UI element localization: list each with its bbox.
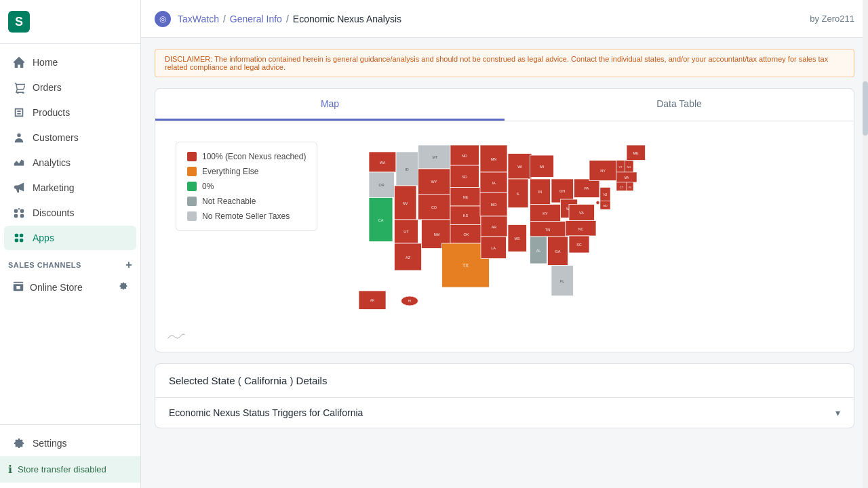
svg-text:WA: WA	[380, 161, 386, 165]
store-transfer-bar: ℹ Store transfer disabled	[0, 456, 140, 483]
legend-color-gray-light	[187, 211, 197, 221]
svg-text:WY: WY	[431, 180, 437, 184]
svg-text:AL: AL	[536, 249, 541, 253]
svg-text:CA: CA	[378, 218, 384, 222]
sidebar-item-apps[interactable]: Apps	[4, 226, 136, 250]
app-icon: ◎	[155, 11, 171, 27]
sidebar-item-orders[interactable]: Orders	[4, 75, 136, 100]
add-sales-channel-button[interactable]: +	[125, 259, 132, 271]
svg-text:GA: GA	[555, 249, 561, 253]
legend-color-orange	[187, 167, 197, 176]
details-header: Selected State ( California ) Details	[155, 364, 854, 398]
svg-text:RI: RI	[629, 186, 631, 189]
breadcrumb-general-info[interactable]: General Info	[230, 14, 282, 24]
map-controls[interactable]	[166, 330, 186, 344]
svg-text:AR: AR	[492, 225, 497, 229]
svg-text:PA: PA	[585, 186, 589, 190]
scrollbar-track[interactable]	[863, 0, 868, 488]
breadcrumb-sep1: /	[223, 14, 226, 24]
sidebar-item-customers[interactable]: Customers	[4, 125, 136, 150]
svg-text:MI: MI	[540, 165, 545, 169]
sidebar-logo: S	[0, 0, 140, 44]
legend-label-orange: Everything Else	[202, 167, 258, 176]
map-area: 100% (Econ Nexus reached) Everything Els…	[155, 121, 854, 352]
svg-text:TN: TN	[545, 228, 550, 232]
scrollbar-thumb[interactable]	[863, 81, 868, 136]
svg-text:ID: ID	[405, 167, 409, 171]
svg-text:TX: TX	[462, 263, 469, 268]
svg-text:MO: MO	[491, 203, 498, 207]
svg-text:NV: NV	[403, 201, 408, 205]
tab-bar: Map Data Table	[155, 89, 854, 121]
logo-icon: S	[8, 11, 30, 33]
legend-color-gray-dark	[187, 197, 197, 206]
legend-color-green	[187, 182, 197, 191]
svg-text:ME: ME	[633, 151, 639, 155]
store-transfer-label: Store transfer disabled	[18, 464, 106, 474]
svg-text:VT: VT	[618, 165, 623, 169]
map-legend: 100% (Econ Nexus reached) Everything Els…	[176, 142, 317, 231]
customers-icon	[12, 131, 26, 144]
svg-text:IL: IL	[517, 192, 520, 196]
svg-text:CT: CT	[620, 186, 624, 189]
apps-icon	[12, 231, 26, 245]
legend-label-red: 100% (Econ Nexus reached)	[202, 152, 306, 161]
content-area: DISCLAIMER: The information contained he…	[141, 38, 868, 488]
legend-label-gray-dark: Not Reachable	[202, 197, 256, 206]
details-card: Selected State ( California ) Details Ec…	[155, 363, 854, 428]
legend-color-red	[187, 152, 197, 161]
breadcrumb-taxwatch[interactable]: TaxWatch	[178, 14, 219, 24]
sidebar-item-settings[interactable]: Settings	[4, 431, 136, 455]
sidebar-item-marketing[interactable]: Marketing	[4, 176, 136, 200]
settings-gear-icon[interactable]	[119, 281, 128, 293]
details-subheader-text: Economic Nexus Status Triggers for Calif…	[169, 407, 363, 418]
breadcrumb-current: Economic Nexus Analysis	[293, 14, 401, 24]
svg-text:ND: ND	[462, 154, 467, 158]
marketing-icon	[12, 181, 26, 195]
legend-item-orange: Everything Else	[187, 167, 306, 176]
legend-item-red: 100% (Econ Nexus reached)	[187, 152, 306, 161]
sidebar-item-label: Apps	[33, 232, 54, 243]
sidebar-item-products[interactable]: Products	[4, 100, 136, 125]
settings-icon	[12, 436, 26, 450]
svg-text:FL: FL	[560, 279, 564, 283]
legend-item-gray-light: No Remote Seller Taxes	[187, 211, 306, 221]
details-subheader[interactable]: Economic Nexus Status Triggers for Calif…	[155, 398, 854, 428]
sidebar-item-online-store[interactable]: Online Store	[4, 274, 136, 300]
home-icon	[12, 56, 26, 69]
svg-text:NJ: NJ	[604, 193, 608, 197]
sidebar-item-analytics[interactable]: Analytics	[4, 150, 136, 175]
us-map-svg: WA OR CA ID NV	[247, 135, 762, 338]
store-icon	[12, 280, 24, 294]
svg-text:NE: NE	[463, 195, 469, 199]
svg-text:NC: NC	[578, 227, 584, 231]
discounts-icon	[12, 206, 26, 220]
svg-text:MS: MS	[514, 237, 520, 241]
svg-point-94	[596, 201, 599, 205]
svg-text:UT: UT	[403, 230, 409, 234]
svg-text:SC: SC	[576, 243, 582, 247]
sidebar-item-label: Home	[33, 57, 58, 68]
svg-text:KS: KS	[463, 214, 469, 218]
sidebar: S Home Orders Products	[0, 0, 141, 488]
topbar: ◎ TaxWatch / General Info / Economic Nex…	[141, 0, 868, 38]
author-label: by Zero211	[810, 14, 854, 24]
sidebar-item-label: Orders	[33, 82, 62, 93]
settings-label: Settings	[33, 438, 67, 449]
svg-text:OR: OR	[378, 183, 384, 187]
orders-icon	[12, 81, 26, 94]
tab-data-table[interactable]: Data Table	[505, 89, 854, 121]
svg-text:MD: MD	[603, 204, 607, 207]
breadcrumb: ◎ TaxWatch / General Info / Economic Nex…	[155, 11, 401, 27]
sidebar-item-label: Discounts	[33, 207, 74, 218]
tab-map[interactable]: Map	[155, 89, 505, 121]
products-icon	[12, 106, 26, 119]
sidebar-item-discounts[interactable]: Discounts	[4, 201, 136, 225]
sidebar-item-home[interactable]: Home	[4, 50, 136, 75]
details-header-text: Selected State ( California ) Details	[169, 375, 327, 386]
svg-text:NM: NM	[434, 232, 440, 237]
svg-text:KY: KY	[542, 211, 548, 216]
breadcrumb-sep2: /	[286, 14, 289, 24]
svg-text:OH: OH	[559, 189, 565, 193]
legend-item-gray-dark: Not Reachable	[187, 197, 306, 206]
